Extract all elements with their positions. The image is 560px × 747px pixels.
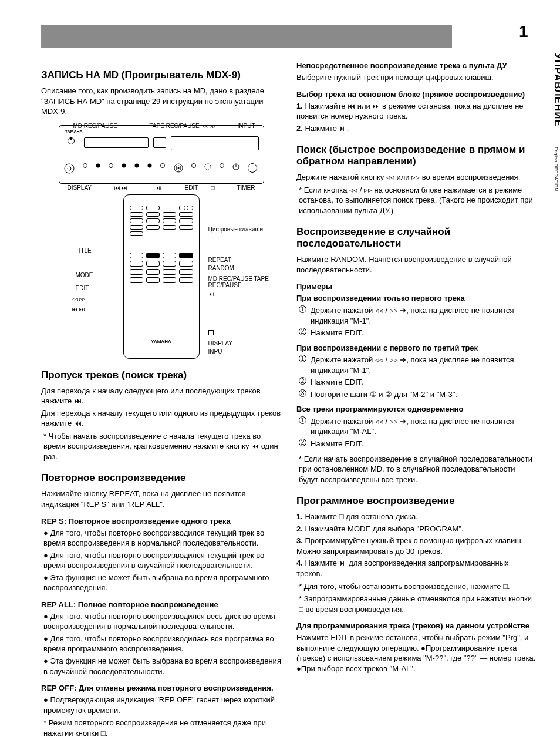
skip-body1: Для перехода к началу следующего или пос…	[41, 386, 281, 406]
prog-2: Нажимайте MODE для выбора "PROGRAM".	[305, 524, 463, 533]
svg-point-7	[148, 163, 152, 167]
sel-step2: Нажмите ⏯.	[305, 124, 349, 133]
remote-skip-body: Выберите нужный трек при помощи цифровых…	[296, 72, 537, 83]
random-end-note: * Если начать воспроизведение в случайно…	[299, 454, 537, 485]
ex3-title: Все треки программируются одновременно	[296, 404, 537, 415]
prog-stop: * Для того, чтобы остановить воспроизвед…	[299, 581, 537, 592]
search-note: * Если кнопка ◃◃ / ▹▹ на основном блоке …	[299, 185, 537, 216]
repoff-item: ● Подтверждающая индикация "REP OFF" гас…	[43, 695, 281, 715]
ex3-s2: Нажмите EDIT.	[311, 439, 363, 448]
rr-recp: MD REC/PAUSE TAPE REC/PAUSE	[208, 275, 279, 288]
random-body: Нажмите RANDOM. Начнётся воспроизведение…	[296, 254, 537, 275]
header-bar	[41, 25, 452, 48]
rep-item-2: ● Эта функция не может быть выбрана во в…	[43, 573, 281, 593]
skip-title: Пропуск треков (поиск трека)	[41, 369, 281, 381]
random-title: Воспроизведение в случайной последовател…	[296, 226, 537, 250]
prog-4: Нажмите ⏯ для воспроизведения запрограмм…	[296, 558, 509, 578]
svg-point-0	[65, 164, 74, 173]
lbl-play: ⏯	[156, 184, 161, 191]
ex-title: Примеры	[296, 282, 537, 291]
rep-item-1: ● Для того, чтобы повторно воспроизводил…	[43, 550, 281, 571]
repeat-body1: Нажимайте кнопку REPEAT, пока на дисплее…	[41, 489, 281, 509]
lbl-skip: ⏮ ⏭	[114, 184, 128, 191]
repeat-all: REP ALL: Полное повторное воспроизведени…	[41, 600, 281, 609]
prog-unit-title: Для программирования трека (треков) на д…	[296, 621, 537, 630]
repeat-off: REP OFF: Для отмены режима повторного во…	[41, 684, 281, 692]
rl-edit: EDIT	[76, 285, 89, 291]
repeat-title: Повторное воспроизведение	[41, 472, 281, 484]
svg-point-4	[109, 163, 113, 167]
intro-title: ЗАПИСЬ НА MD (Проигрыватель MDX-9)	[41, 69, 281, 81]
rr-rep: REPEAT	[208, 257, 231, 263]
remote-diagram: YAMAHA	[123, 194, 200, 359]
search-title: Поиск (быстрое воспроизведение в прямом …	[296, 144, 537, 167]
rr-play: ⏯	[208, 291, 214, 297]
rl-mode: MODE	[76, 272, 93, 278]
repeat-single: REP S: Повторное воспроизведение одного …	[41, 517, 281, 526]
intro-body: Описание того, как производить запись на…	[41, 86, 281, 117]
ex1-s1: Держите нажатой ◃◃ / ▹▹ ➜, пока на диспл…	[311, 306, 514, 325]
ex2-s1: Держите нажатой ◃◃ / ▹▹ ➜, пока на диспл…	[311, 355, 514, 375]
ex1-s2: Нажмите EDIT.	[311, 328, 363, 337]
rl-skip: ⏮ ⏭	[72, 306, 86, 312]
repall-item-1: ● Для того, чтобы повторно воспроизводил…	[43, 634, 281, 654]
prog-unit-body: Нажмите EDIT в режиме останова, чтобы вы…	[296, 632, 537, 674]
ex2-s2: Нажмите EDIT.	[311, 378, 363, 386]
rl-search: ◃◃ ▹▹	[72, 295, 86, 302]
ex2-s3: Повторите шаги ① и ② для "M-2" и "M-3".	[311, 390, 457, 399]
front-panel-diagram: YAMAHA	[59, 125, 264, 184]
rl-title: TITLE	[76, 247, 92, 254]
svg-point-6	[135, 163, 139, 167]
svg-point-13	[205, 164, 211, 170]
prog-cancel: * Запрограммированные данные отменяются …	[299, 594, 537, 614]
repeat-note: * Режим повторного воспроизведения не от…	[43, 718, 281, 738]
rr-input: INPUT	[208, 348, 226, 355]
page-number-top: 1	[519, 22, 528, 41]
svg-point-14	[220, 163, 224, 167]
svg-point-1	[68, 167, 71, 170]
rr-num: Цифровые клавиши	[208, 226, 264, 233]
rr-rand: RANDOM	[208, 265, 234, 271]
ex3-s1: Держите нажатой ◃◃ / ▹▹ ➜, пока на диспл…	[311, 417, 514, 436]
side-label-english: English OPERATION	[554, 147, 559, 191]
ex2-title: При воспроизведении с первого по третий …	[296, 343, 537, 354]
skip-note: * Чтобы начать воспроизведение с начала …	[43, 431, 281, 462]
search-body: Держите нажатой кнопку ◃◃ или ▹▹ во врем…	[296, 172, 537, 183]
svg-point-17	[248, 163, 257, 172]
svg-point-2	[83, 163, 87, 167]
svg-point-3	[96, 163, 100, 167]
prog-3: Программируйте нужный трек с помощью циф…	[296, 536, 523, 556]
repall-item-0: ● Для того, чтобы повторно воспроизводил…	[43, 611, 281, 632]
remote-skip-title: Непосредственное воспроизведение трека с…	[296, 61, 537, 70]
prog-title: Программное воспроизведение	[296, 495, 537, 507]
svg-point-12	[191, 163, 195, 167]
ex1-title: При воспроизведении только первого трека	[296, 293, 537, 304]
svg-point-11	[177, 167, 179, 169]
rep-item-0: ● Для того, чтобы повторно воспроизводил…	[43, 528, 281, 549]
side-label-vertical: УПРАВЛЕНИЕ	[552, 53, 560, 127]
skip-body2: Для перехода к началу текущего или одног…	[41, 408, 281, 429]
rr-disp: DISPLAY	[208, 340, 233, 346]
lbl-edit: EDIT	[185, 184, 198, 191]
svg-point-5	[122, 163, 126, 167]
svg-point-8	[161, 163, 165, 167]
prog-1: Нажмите □ для останова диска.	[305, 512, 417, 521]
select-title: Выбор трека на основном блоке (прямое во…	[296, 90, 537, 99]
repall-item-2: ● Эта функция не может быть выбрана во в…	[43, 656, 281, 677]
lbl-disp: DISPLAY	[68, 184, 92, 191]
sel-step1: Нажимайте ⏮ или ⏭ в режиме останова, пок…	[296, 102, 524, 121]
